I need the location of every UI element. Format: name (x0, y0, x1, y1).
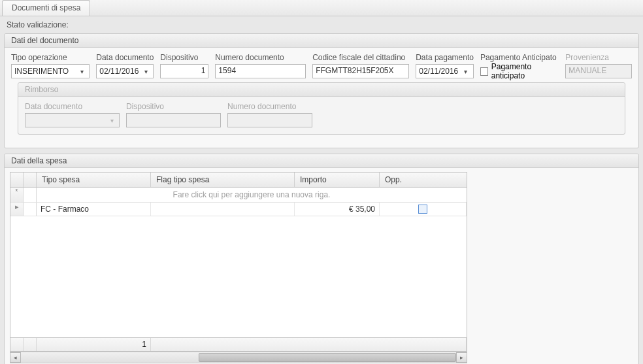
data-documento-value: 02/11/2016 (99, 67, 139, 76)
grid-indicator-col (24, 173, 37, 187)
numero-documento-label: Numero documento (215, 53, 306, 62)
col-tipo-spesa[interactable]: Tipo spesa (37, 173, 151, 187)
chevron-down-icon: ▾ (461, 68, 470, 75)
data-documento-label: Data documento (96, 53, 154, 62)
data-pagamento-value: 02/11/2016 (419, 67, 458, 76)
summary-count: 1 (37, 338, 151, 351)
rimborso-header: Rimborso (18, 83, 625, 97)
col-importo[interactable]: Importo (295, 173, 380, 187)
data-pagamento-label: Data pagamento (416, 53, 474, 62)
tipo-operazione-value: INSERIMENTO (14, 67, 69, 76)
opp-checkbox[interactable] (418, 205, 427, 214)
grid-empty-area (10, 216, 467, 337)
spesa-grid[interactable]: Tipo spesa Flag tipo spesa Importo Opp. … (10, 172, 467, 352)
rimb-num-input (227, 113, 312, 127)
scroll-left-button[interactable]: ◂ (10, 352, 21, 363)
grid-new-row[interactable]: * Fare click qui per aggiungere una nuov… (10, 188, 467, 203)
rimb-num-label: Numero documento (227, 102, 312, 111)
tipo-operazione-select[interactable]: INSERIMENTO ▾ (11, 64, 90, 78)
col-flag-tipo-spesa[interactable]: Flag tipo spesa (151, 173, 295, 187)
codice-fiscale-input[interactable]: FFGMTT82H15F205X (312, 64, 409, 78)
rimb-disp-input (126, 113, 221, 127)
cell-importo[interactable]: € 35,00 (295, 203, 380, 216)
row-selector-icon: ▸ (10, 203, 24, 216)
dati-spesa-header: Dati della spesa (5, 154, 638, 168)
table-row[interactable]: ▸ FC - Farmaco € 35,00 (10, 203, 467, 216)
scroll-thumb[interactable] (199, 353, 456, 362)
scroll-right-button[interactable]: ▸ (456, 352, 467, 363)
dispositivo-input[interactable]: 1 (160, 64, 208, 78)
pagamento-anticipato-checkbox[interactable] (480, 67, 488, 76)
data-documento-input[interactable]: 02/11/2016 ▾ (96, 64, 154, 78)
chevron-down-icon: ▾ (77, 68, 86, 75)
data-pagamento-input[interactable]: 02/11/2016 ▾ (416, 64, 474, 78)
provenienza-input: MANUALE (565, 64, 632, 78)
provenienza-label: Provenienza (565, 53, 632, 62)
horizontal-scrollbar[interactable]: ◂ ▸ (10, 352, 467, 363)
chevron-down-icon: ▾ (107, 117, 116, 124)
pagamento-anticipato-title: Pagamento Anticipato (480, 53, 559, 62)
cell-opp[interactable] (380, 203, 467, 216)
rimb-disp-label: Dispositivo (126, 102, 221, 111)
cell-tipo-spesa[interactable]: FC - Farmaco (37, 203, 151, 216)
pagamento-anticipato-label: Pagamento anticipato (491, 62, 559, 80)
tipo-operazione-label: Tipo operazione (11, 53, 90, 62)
chevron-down-icon: ▾ (141, 68, 150, 75)
dispositivo-label: Dispositivo (160, 53, 208, 62)
rimb-data-input: ▾ (25, 113, 120, 127)
cell-flag-tipo-spesa[interactable] (151, 203, 295, 216)
col-opp[interactable]: Opp. (380, 173, 467, 187)
dati-documento-header: Dati del documento (5, 34, 638, 48)
numero-documento-input[interactable]: 1594 (215, 64, 306, 78)
new-row-marker-icon: * (10, 188, 24, 202)
codice-fiscale-label: Codice fiscale del cittadino (312, 53, 409, 62)
tab-documenti-di-spesa[interactable]: Documenti di spesa (2, 0, 90, 16)
new-row-hint: Fare click qui per aggiungere una nuova … (37, 188, 467, 202)
status-validation-label: Stato validazione: (7, 20, 640, 29)
grid-corner (10, 173, 24, 187)
rimb-data-label: Data documento (25, 102, 120, 111)
